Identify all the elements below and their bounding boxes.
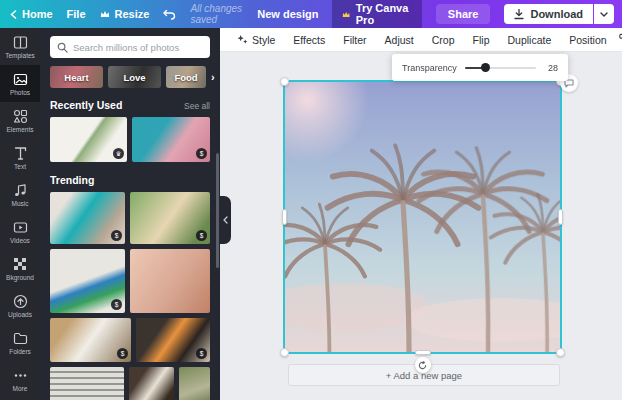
canvas-area[interactable]: Transparency 28 bbox=[220, 52, 622, 400]
chips-next-arrow[interactable]: › bbox=[211, 72, 215, 83]
sidebar-item-folders[interactable]: Folders bbox=[0, 324, 40, 361]
chip-love[interactable]: Love bbox=[108, 66, 161, 88]
home-button[interactable]: Home bbox=[10, 8, 53, 20]
resize-button[interactable]: Resize bbox=[100, 8, 150, 20]
flip-label: Flip bbox=[473, 34, 490, 46]
flip-button[interactable]: Flip bbox=[464, 34, 499, 46]
selection-handle-bottom-right[interactable] bbox=[556, 348, 565, 357]
style-button[interactable]: Style bbox=[228, 34, 284, 46]
rotate-handle[interactable] bbox=[415, 357, 431, 373]
new-design-label: New design bbox=[257, 8, 318, 20]
sidebar-item-music[interactable]: Music bbox=[0, 176, 40, 213]
resize-label: Resize bbox=[115, 8, 150, 20]
trending-title: Trending bbox=[50, 174, 94, 186]
selection-handle-left[interactable] bbox=[282, 209, 287, 225]
share-button[interactable]: Share bbox=[436, 4, 491, 24]
sidebar-rail: TemplatesPhotosElementsTextMusicVideosBk… bbox=[0, 28, 40, 400]
panel-collapse-button[interactable] bbox=[220, 196, 231, 244]
panel-scrollbar[interactable] bbox=[216, 153, 219, 268]
selection-handle-right[interactable] bbox=[558, 209, 563, 225]
paid-badge: $ bbox=[196, 148, 207, 159]
sidebar-item-label: Photos bbox=[10, 89, 30, 96]
photos-panel: Heart Love Food › Recently Used See all … bbox=[40, 28, 220, 400]
photo-thumb-man-exercising-home[interactable]: $ bbox=[50, 192, 125, 244]
file-menu[interactable]: File bbox=[67, 8, 86, 20]
crown-icon bbox=[100, 10, 110, 18]
photo-thumb-friends-outdoor-dinner[interactable]: $ bbox=[130, 192, 210, 244]
editor-main: Style Effects Filter Adjust Crop Flip Du… bbox=[220, 28, 622, 400]
download-button[interactable]: Download bbox=[504, 4, 593, 24]
copy-style-button[interactable] bbox=[618, 31, 622, 49]
see-all-link[interactable]: See all bbox=[184, 101, 210, 111]
sidebar-item-photos[interactable]: Photos bbox=[0, 65, 40, 102]
transparency-value: 28 bbox=[544, 63, 558, 73]
sidebar-item-templates[interactable]: Templates bbox=[0, 28, 40, 65]
transparency-slider[interactable] bbox=[465, 63, 536, 73]
paid-badge: $ bbox=[111, 299, 122, 310]
transparency-slider-thumb[interactable] bbox=[481, 63, 490, 72]
photo-thumb-woman-by-fireplace[interactable]: $ bbox=[136, 318, 210, 362]
adjust-button[interactable]: Adjust bbox=[376, 34, 423, 46]
new-design-button[interactable]: New design bbox=[257, 8, 318, 20]
position-button[interactable]: Position bbox=[560, 34, 615, 46]
templates-icon bbox=[13, 35, 28, 50]
sidebar-item-bkground[interactable]: Bkground bbox=[0, 250, 40, 287]
sidebar-item-label: More bbox=[13, 385, 28, 392]
photo-thumb-chef-in-apron[interactable] bbox=[129, 367, 174, 400]
sidebar-item-elements[interactable]: Elements bbox=[0, 102, 40, 139]
duplicate-button[interactable]: Duplicate bbox=[498, 34, 560, 46]
undo-button[interactable] bbox=[163, 9, 176, 20]
try-canva-pro-button[interactable]: Try Canva Pro bbox=[332, 0, 421, 30]
sidebar-item-label: Elements bbox=[6, 126, 33, 133]
sidebar-item-label: Text bbox=[14, 163, 26, 170]
autosave-status: All changes saved bbox=[190, 3, 257, 25]
back-chevron-icon bbox=[10, 10, 17, 19]
photo-thumb-hand-holding-fern[interactable]: ♛ bbox=[50, 117, 127, 162]
download-options-button[interactable] bbox=[594, 4, 614, 24]
search-input[interactable] bbox=[73, 42, 203, 53]
style-label: Style bbox=[252, 34, 275, 46]
selection-handle-bottom[interactable] bbox=[415, 350, 431, 355]
effects-button[interactable]: Effects bbox=[284, 34, 334, 46]
photo-thumb-hands-holding-globe[interactable]: $ bbox=[50, 249, 125, 313]
chip-food-label: Food bbox=[174, 72, 197, 83]
photos-icon bbox=[13, 72, 28, 87]
filter-label: Filter bbox=[343, 34, 366, 46]
chip-love-label: Love bbox=[123, 72, 145, 83]
share-label: Share bbox=[448, 8, 479, 20]
photo-thumb-window-blinds[interactable] bbox=[50, 367, 124, 400]
selection-handle-bottom-left[interactable] bbox=[280, 348, 289, 357]
transparency-popup: Transparency 28 bbox=[392, 54, 568, 81]
sidebar-item-text[interactable]: Text bbox=[0, 139, 40, 176]
topbar: Home File Resize All changes saved New d… bbox=[0, 0, 622, 28]
rotate-icon bbox=[418, 361, 427, 370]
sidebar-item-videos[interactable]: Videos bbox=[0, 213, 40, 250]
photo-thumb-overhead-potting-plants[interactable]: $ bbox=[50, 318, 131, 362]
sidebar-item-more[interactable]: More bbox=[0, 361, 40, 398]
photo-thumb-vintage-portrait[interactable] bbox=[179, 367, 210, 400]
palm-trees-photo bbox=[285, 82, 560, 352]
sidebar-item-uploads[interactable]: Uploads bbox=[0, 287, 40, 324]
download-label: Download bbox=[530, 8, 583, 20]
paint-roller-icon bbox=[618, 33, 622, 46]
chip-food[interactable]: Food bbox=[166, 66, 206, 88]
photo-thumb-woman-with-pink-flowers[interactable]: $ bbox=[132, 117, 210, 162]
photo-search bbox=[50, 36, 210, 58]
pro-crown-icon bbox=[342, 10, 350, 19]
design-page[interactable] bbox=[285, 82, 560, 352]
adjust-label: Adjust bbox=[385, 34, 414, 46]
trending-grid: $$$$$ bbox=[50, 192, 210, 400]
chip-heart[interactable]: Heart bbox=[50, 66, 103, 88]
try-pro-label: Try Canva Pro bbox=[356, 2, 412, 26]
undo-icon bbox=[163, 9, 176, 20]
category-chips: Heart Love Food › bbox=[50, 66, 210, 88]
crop-label: Crop bbox=[432, 34, 455, 46]
filter-button[interactable]: Filter bbox=[334, 34, 375, 46]
crop-button[interactable]: Crop bbox=[423, 34, 464, 46]
chevron-down-icon bbox=[600, 12, 608, 17]
selection-handle-top-left[interactable] bbox=[280, 77, 289, 86]
text-icon bbox=[13, 146, 28, 161]
sidebar-item-label: Uploads bbox=[8, 311, 32, 318]
photo-thumb-girl-pink-wall[interactable] bbox=[130, 249, 210, 313]
home-label: Home bbox=[22, 8, 53, 20]
